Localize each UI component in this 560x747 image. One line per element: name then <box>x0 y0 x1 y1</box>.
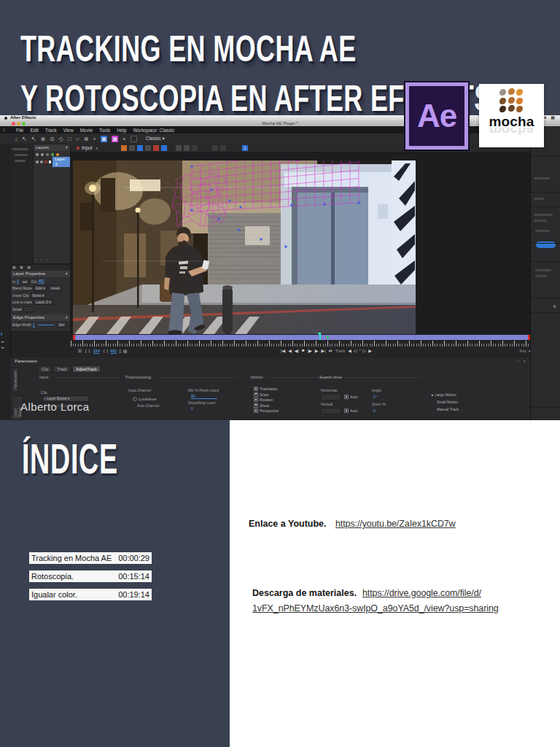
timeline-ruler[interactable] <box>71 340 560 347</box>
smoothing-value[interactable]: 0 <box>191 406 193 411</box>
menu-file[interactable]: File <box>16 128 23 133</box>
add-icon[interactable]: ⊕ <box>553 303 556 309</box>
detail-value[interactable] <box>23 306 34 312</box>
motion-mode-manual-track[interactable]: Manual Track <box>432 407 459 411</box>
visibility-icon[interactable] <box>36 153 39 156</box>
step-icon2[interactable]: ·| <box>102 349 104 353</box>
horizontal-auto-checkbox[interactable]: Auto <box>344 395 357 399</box>
slate-icon[interactable]: ▤ <box>123 349 127 353</box>
mesh-overlay-button[interactable]: ▦ <box>112 136 118 142</box>
loop-icon[interactable]: ⇄ <box>329 348 332 353</box>
brightness-icon[interactable] <box>212 145 218 151</box>
motion-mode-small-motion[interactable]: Small Motion <box>432 400 458 404</box>
project-item[interactable] <box>15 160 26 162</box>
pen-tool-icon[interactable]: ◇ <box>59 136 63 142</box>
out-value[interactable]: 482 <box>38 279 44 284</box>
viewer-tab-dropdown-icon[interactable]: ▾ <box>96 146 98 150</box>
motion-option-translation[interactable]: Translation <box>254 387 278 391</box>
tab-clip[interactable]: Clip <box>38 365 52 373</box>
out-frame-field[interactable]: 482 <box>110 349 117 354</box>
step-forward-icon[interactable]: |▶ <box>308 348 312 353</box>
close-icon[interactable]: × <box>65 314 68 321</box>
edge-width-slider[interactable] <box>38 325 54 325</box>
viewer-tab-input[interactable]: Input <box>82 145 92 150</box>
angle-value[interactable]: 0 ° <box>373 395 378 399</box>
transform-tool-icon[interactable]: + <box>93 136 96 142</box>
menu-track[interactable]: Track <box>45 128 57 133</box>
insert-clip-select[interactable]: None ▾ <box>31 293 47 298</box>
current-frame-field[interactable]: 264 <box>93 349 100 354</box>
eye-icon[interactable] <box>36 160 39 163</box>
zoom-pct-value[interactable]: 0 <box>373 409 376 413</box>
motion-option-scale[interactable]: Scale <box>254 392 269 397</box>
lasso-select-icon[interactable]: ↖ <box>31 136 36 142</box>
track-forwards-icon[interactable]: ▶ <box>368 348 372 353</box>
menubar-status-icons[interactable]: ● ▦ <box>544 115 556 120</box>
stabilize-icon[interactable] <box>176 145 182 151</box>
menubar-app-name[interactable]: After Effects <box>10 115 36 120</box>
color-icon[interactable] <box>51 153 54 156</box>
min-pixels-value[interactable]: 90 <box>191 394 217 399</box>
menu-workspace-classic[interactable]: Workspace: Classic <box>133 128 175 133</box>
vertical-auto-checkbox[interactable]: Auto <box>344 409 357 413</box>
play-icon[interactable]: ▶ <box>315 348 319 353</box>
prev-keyframe-icon[interactable]: ◀ <box>288 348 292 353</box>
grid-view-icon[interactable] <box>153 145 159 151</box>
materials-link-line2[interactable]: 1vFX_nPhEYMzUax6n3-swIpO_a9oYA5d_/view?u… <box>252 603 499 614</box>
menu-view[interactable]: View <box>63 128 74 133</box>
close-icon[interactable]: × <box>65 271 68 277</box>
tab-parameters-vertical[interactable]: Parameters <box>12 368 19 392</box>
ellipse-tool-icon[interactable]: ○ <box>76 136 79 142</box>
menu-edit[interactable]: Edit <box>30 128 38 133</box>
save-icon[interactable]: ↓ <box>15 136 18 142</box>
overlay-icon[interactable] <box>220 145 226 151</box>
in-frame-field[interactable]: 0 <box>77 348 83 354</box>
clip-view-icon[interactable] <box>121 145 127 151</box>
menu-help[interactable]: Help <box>117 128 126 133</box>
trace-icon[interactable] <box>184 145 190 151</box>
invert-button[interactable]: Invert <box>49 285 63 291</box>
close-tool-icon[interactable]: × <box>122 136 126 142</box>
layer-row[interactable]: Layer 3 <box>34 158 70 165</box>
dock-nav-icons[interactable]: ◂▸ <box>1 339 4 344</box>
parameters-corner-icons[interactable]: ▫ × <box>518 359 527 363</box>
lock-icon[interactable] <box>46 153 49 156</box>
link-track-select[interactable]: Layer 3 ▾ <box>34 299 53 305</box>
select-cursor-icon[interactable]: ↖ <box>22 136 27 142</box>
vertical-field[interactable] <box>321 408 341 414</box>
motion-option-rotation[interactable]: Rotation <box>254 398 273 402</box>
motion-option-shear[interactable]: Shear <box>254 403 269 408</box>
project-item[interactable] <box>12 148 28 150</box>
edge-set-button[interactable]: Set <box>57 322 67 328</box>
project-item[interactable] <box>15 154 28 156</box>
materials-link-line1[interactable]: https://drive.google.com/file/d/ <box>362 588 481 598</box>
spline-view-icon[interactable] <box>137 145 143 151</box>
matte-swatch-icon[interactable] <box>49 160 52 163</box>
menu-movie[interactable]: Movie <box>80 128 93 133</box>
zoom-level-badge[interactable]: 1 <box>242 145 248 151</box>
keyframe-dot[interactable] <box>327 336 329 338</box>
home-icon[interactable]: ⌂ <box>2 127 5 132</box>
pan-icon[interactable]: ⊕ <box>40 136 45 142</box>
jump-start-icon[interactable]: |◀ <box>281 348 285 353</box>
luminance-radio[interactable]: Luminance <box>133 397 156 401</box>
grid-overlay-button[interactable]: ▦ <box>101 136 107 142</box>
timeline-in-marker[interactable] <box>73 335 75 340</box>
layer-props-tools[interactable]: ▣ ▣ ▣ <box>11 265 70 271</box>
marquee-region-icon[interactable] <box>131 136 137 142</box>
playhead-flag-icon[interactable] <box>317 333 322 337</box>
dock-nav-icons2[interactable]: ◂▸ <box>1 345 4 349</box>
workspace-classic-dropdown[interactable]: Classic ▾ <box>146 136 165 142</box>
motion-mode-large-motion[interactable]: ▸Large Motion <box>432 392 456 397</box>
track-frame-back-icon[interactable]: ◁ <box>354 348 357 353</box>
trash-icon[interactable]: ▯ <box>119 349 121 353</box>
blend-mode-select[interactable]: Add ▾ <box>34 285 47 291</box>
track-frame-fwd-icon[interactable]: ▷ <box>363 348 367 353</box>
layer-panel-footer-icons[interactable]: ▫ ▫ ▫ <box>36 258 49 262</box>
track-backwards-icon[interactable]: ◀ <box>348 348 351 353</box>
in-steppers[interactable]: ◂ ▸ <box>20 279 29 285</box>
colorize-icon[interactable] <box>192 145 198 151</box>
color-icon2[interactable] <box>56 153 59 156</box>
layer-name[interactable]: Layer 3 <box>52 157 70 167</box>
step-icon[interactable]: |· <box>89 349 91 353</box>
